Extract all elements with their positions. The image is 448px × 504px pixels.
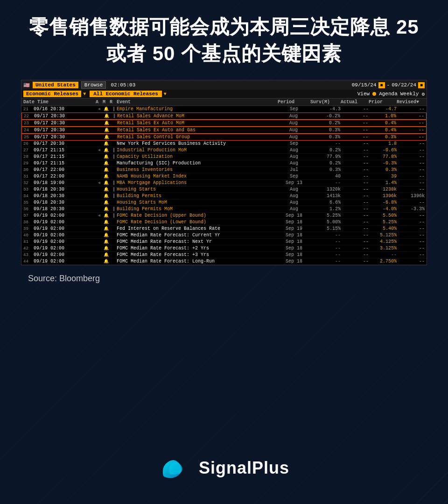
row-number: 34 bbox=[23, 194, 32, 199]
table-row[interactable]: 29 09/17 21:15 🔔 Manufacturing (SIC) Pro… bbox=[21, 160, 427, 167]
table-row[interactable]: 37 09/19 02:00 ◄ 🔔 ▐ FOMC Rate Decision … bbox=[21, 213, 427, 219]
weekly-label[interactable]: Weekly bbox=[400, 91, 419, 97]
row-revised: -- bbox=[397, 141, 425, 146]
table-row[interactable]: 33 09/18 20:30 🔔 ▐ Housing Starts Aug 13… bbox=[21, 186, 427, 193]
col-revised: Revised▼ bbox=[397, 99, 425, 105]
row-surv: 0.3% bbox=[310, 135, 340, 140]
table-row[interactable]: 26 09/17 20:30 🔔 New York Fed Services B… bbox=[21, 141, 427, 147]
table-row[interactable]: 39 09/19 02:00 🔔 Fed Interest on Reserve… bbox=[21, 226, 427, 232]
row-number: 38 bbox=[23, 220, 32, 225]
flag-us: 🇺🇸 bbox=[23, 82, 30, 88]
row-period: Aug bbox=[278, 193, 310, 199]
row-number: 23 bbox=[24, 121, 32, 126]
row-revised: -- bbox=[396, 121, 424, 126]
row-actual: -- bbox=[341, 252, 369, 257]
row-event: Retail Sales Ex Auto and Gas bbox=[117, 128, 277, 133]
row-icon-bell: 🔔 bbox=[103, 154, 110, 159]
table-row[interactable]: 34 09/18 20:30 🔔 ▐ Building Permits Aug … bbox=[21, 193, 427, 199]
table-row[interactable]: 30 09/17 22:00 🔔 Business Inventories Ju… bbox=[21, 167, 427, 173]
row-icon-bar: ▐ bbox=[110, 181, 117, 185]
table-row[interactable]: 38 09/19 02:00 🔔 FOMC Rate Decision (Low… bbox=[21, 219, 427, 226]
row-prior: 5.25% bbox=[369, 220, 397, 225]
agenda-label[interactable]: Agenda bbox=[379, 91, 398, 97]
row-date: 09/18 19:00 bbox=[34, 180, 64, 185]
browse-button[interactable]: Browse bbox=[81, 81, 106, 89]
row-date: 09/19 02:00 bbox=[34, 233, 64, 238]
row-icon-bell: 🔔 bbox=[103, 114, 110, 119]
category-dropdown-arrow[interactable]: ▼ bbox=[83, 92, 86, 97]
row-event: Empire Manufacturing bbox=[117, 106, 278, 112]
row-number: 35 bbox=[23, 200, 32, 205]
row-date: 09/17 21:15 bbox=[34, 161, 64, 166]
date-to-box[interactable]: ■ bbox=[418, 82, 425, 88]
row-period: Aug bbox=[278, 148, 310, 153]
row-surv: 5.00% bbox=[310, 220, 341, 225]
row-icon-bell: 🔔 bbox=[103, 246, 110, 251]
weekly-icon[interactable]: ⚙ bbox=[421, 91, 425, 97]
row-date: 09/18 20:30 bbox=[34, 206, 64, 212]
row-period: Aug bbox=[278, 206, 310, 212]
row-period: Sep 18 bbox=[278, 259, 310, 264]
table-row[interactable]: 36 09/18 20:30 🔔 ▐ Building Permits MoM … bbox=[21, 206, 427, 213]
row-datetime-cell: 32 09/18 19:00 bbox=[23, 180, 96, 185]
row-icon-bell: 🔔 bbox=[103, 174, 110, 179]
row-number: 42 bbox=[23, 246, 32, 251]
row-prior: -4.7 bbox=[369, 106, 397, 112]
row-icon-sound: ◄ bbox=[96, 181, 103, 185]
row-actual: -- bbox=[340, 114, 368, 119]
row-event: FOMC Rate Decision (Lower Bound) bbox=[117, 220, 278, 225]
row-event: Building Permits bbox=[117, 193, 278, 199]
table-row[interactable]: 41 09/19 02:00 🔔 FOMC Median Rate Foreca… bbox=[21, 239, 427, 245]
row-datetime-cell: 27 09/17 21:15 bbox=[23, 148, 96, 153]
row-event: FOMC Rate Decision (Upper Bound) bbox=[117, 213, 278, 218]
row-event: Retail Sales Control Group bbox=[117, 135, 277, 140]
radio-agenda[interactable] bbox=[372, 92, 376, 96]
row-surv: 5.15% bbox=[310, 226, 341, 231]
row-surv: 6.6% bbox=[310, 200, 341, 205]
table-row[interactable]: 43 09/19 02:00 🔔 FOMC Median Rate Foreca… bbox=[21, 252, 427, 258]
row-icon-bell: 🔔 bbox=[103, 233, 110, 238]
col-a: A bbox=[96, 99, 103, 105]
table-row[interactable]: 22 09/17 20:30 🔔 ▐ Retail Sales Advance … bbox=[21, 113, 427, 120]
table-row[interactable]: 23 09/17 20:30 🔔 Retail Sales Ex Auto Mo… bbox=[21, 120, 427, 127]
row-datetime-cell: 28 09/17 21:15 bbox=[23, 154, 96, 159]
date-from-box[interactable]: ■ bbox=[378, 82, 385, 88]
row-revised: -- bbox=[397, 246, 425, 251]
row-revised: -3.3% bbox=[397, 206, 425, 212]
table-row[interactable]: 42 09/19 02:00 🔔 FOMC Median Rate Foreca… bbox=[21, 245, 427, 252]
table-row[interactable]: 32 09/18 19:00 ◄ 🔔 ▐ MBA Mortgage Applic… bbox=[21, 180, 427, 186]
row-datetime-cell: 44 09/19 02:00 bbox=[23, 259, 96, 264]
row-prior: 1396k bbox=[369, 193, 397, 199]
row-icon-bell: 🔔 bbox=[103, 200, 110, 205]
row-prior: 5.50% bbox=[369, 213, 397, 218]
row-period: Sep 19 bbox=[278, 226, 310, 231]
row-surv: 0.2% bbox=[310, 148, 341, 153]
filter-dropdown-arrow[interactable]: ▼ bbox=[164, 92, 167, 97]
table-row[interactable]: 44 09/19 02:00 🔔 FOMC Median Rate Foreca… bbox=[21, 258, 427, 265]
row-prior: 4.125% bbox=[369, 239, 397, 244]
row-date: 09/19 02:00 bbox=[34, 239, 64, 244]
row-period: Jul bbox=[278, 167, 310, 172]
table-row[interactable]: 35 09/18 20:30 🔔 Housing Starts MoM Aug … bbox=[21, 199, 427, 206]
table-row[interactable]: 40 09/19 02:00 🔔 FOMC Median Rate Foreca… bbox=[21, 232, 427, 239]
row-period: Aug bbox=[278, 154, 310, 159]
country-label: United States bbox=[33, 82, 78, 88]
row-date: 09/17 20:30 bbox=[34, 128, 65, 133]
table-row[interactable]: 21 09/16 20:30 ◄ 🔔 ▐ Empire Manufacturin… bbox=[21, 106, 427, 113]
row-prior: -6.8% bbox=[369, 200, 397, 205]
filter-label[interactable]: All Economic Releases bbox=[90, 91, 162, 97]
row-icon-bell: 🔔 bbox=[103, 121, 110, 126]
row-period: Aug bbox=[277, 135, 310, 140]
row-date: 09/18 20:30 bbox=[34, 193, 64, 199]
econ-releases-label[interactable]: Economic Releases bbox=[23, 91, 81, 97]
row-event: MBA Mortgage Applications bbox=[117, 180, 278, 185]
table-row[interactable]: 24 09/17 20:30 🔔 Retail Sales Ex Auto an… bbox=[21, 127, 427, 134]
row-icon-bell: 🔔 bbox=[103, 206, 110, 212]
table-row[interactable]: 28 09/17 21:15 🔔 ▐ Capacity Utilization … bbox=[21, 154, 427, 160]
row-datetime-cell: 21 09/16 20:30 bbox=[23, 106, 96, 112]
table-row[interactable]: 25 09/17 20:30 🔔 Retail Sales Control Gr… bbox=[21, 134, 427, 141]
row-actual: -- bbox=[341, 246, 369, 251]
table-row[interactable]: 31 09/17 22:00 🔔 NAHB Housing Market Ind… bbox=[21, 173, 427, 180]
row-datetime-cell: 35 09/18 20:30 bbox=[23, 200, 96, 205]
table-row[interactable]: 27 09/17 21:15 ◄ 🔔 ▐ Industrial Producti… bbox=[21, 147, 427, 154]
